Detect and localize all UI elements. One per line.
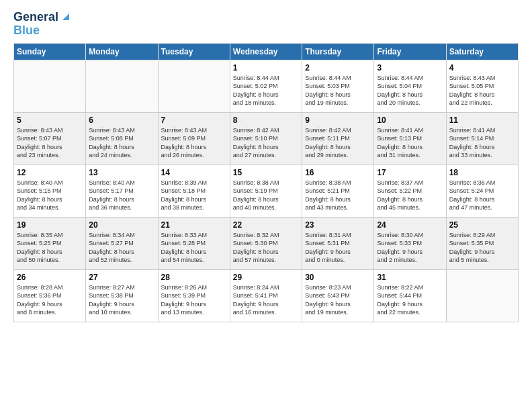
- day-info: Sunrise: 8:33 AM Sunset: 5:28 PM Dayligh…: [161, 231, 227, 265]
- calendar-day: 4Sunrise: 8:43 AM Sunset: 5:05 PM Daylig…: [446, 60, 518, 112]
- day-info: Sunrise: 8:34 AM Sunset: 5:27 PM Dayligh…: [89, 231, 154, 265]
- day-number: 16: [305, 168, 371, 177]
- day-number: 24: [377, 220, 443, 230]
- logo-triangle-icon: [60, 11, 72, 23]
- day-info: Sunrise: 8:38 AM Sunset: 5:21 PM Dayligh…: [305, 179, 371, 212]
- day-number: 8: [233, 116, 299, 125]
- day-header-sunday: Sunday: [14, 43, 86, 60]
- day-number: 15: [233, 168, 299, 177]
- day-header-wednesday: Wednesday: [230, 43, 302, 60]
- calendar-day: 26Sunrise: 8:28 AM Sunset: 5:36 PM Dayli…: [14, 269, 86, 322]
- calendar-day: 5Sunrise: 8:43 AM Sunset: 5:07 PM Daylig…: [14, 112, 86, 165]
- calendar-day: 17Sunrise: 8:37 AM Sunset: 5:22 PM Dayli…: [374, 165, 446, 217]
- calendar-header-row: SundayMondayTuesdayWednesdayThursdayFrid…: [14, 43, 519, 60]
- calendar-day: 13Sunrise: 8:40 AM Sunset: 5:17 PM Dayli…: [86, 165, 158, 217]
- day-info: Sunrise: 8:27 AM Sunset: 5:38 PM Dayligh…: [89, 283, 154, 317]
- logo-blue-text: Blue: [13, 24, 40, 38]
- day-number: 4: [449, 63, 515, 73]
- day-number: 20: [89, 220, 154, 230]
- calendar-day: 27Sunrise: 8:27 AM Sunset: 5:38 PM Dayli…: [86, 269, 158, 322]
- calendar-day: 14Sunrise: 8:39 AM Sunset: 5:18 PM Dayli…: [158, 165, 230, 217]
- day-number: 28: [161, 273, 227, 282]
- logo: General Blue: [13, 11, 72, 38]
- day-info: Sunrise: 8:37 AM Sunset: 5:22 PM Dayligh…: [377, 179, 443, 212]
- calendar-week-5: 26Sunrise: 8:28 AM Sunset: 5:36 PM Dayli…: [14, 269, 519, 322]
- day-number: 29: [233, 273, 299, 282]
- day-info: Sunrise: 8:40 AM Sunset: 5:15 PM Dayligh…: [17, 179, 83, 212]
- calendar-day: [86, 60, 158, 112]
- day-header-friday: Friday: [374, 43, 446, 60]
- calendar-day: [14, 60, 86, 112]
- calendar-day: 29Sunrise: 8:24 AM Sunset: 5:41 PM Dayli…: [230, 269, 302, 322]
- day-number: 22: [233, 220, 299, 230]
- day-number: 5: [17, 116, 83, 125]
- calendar-day: 21Sunrise: 8:33 AM Sunset: 5:28 PM Dayli…: [158, 217, 230, 269]
- day-info: Sunrise: 8:44 AM Sunset: 5:03 PM Dayligh…: [305, 74, 371, 107]
- day-info: Sunrise: 8:35 AM Sunset: 5:25 PM Dayligh…: [17, 231, 83, 265]
- calendar-week-3: 12Sunrise: 8:40 AM Sunset: 5:15 PM Dayli…: [14, 165, 519, 217]
- day-number: 25: [449, 220, 515, 230]
- day-number: 17: [377, 168, 443, 177]
- day-info: Sunrise: 8:44 AM Sunset: 5:02 PM Dayligh…: [233, 74, 299, 107]
- day-info: Sunrise: 8:40 AM Sunset: 5:17 PM Dayligh…: [89, 179, 154, 212]
- calendar: SundayMondayTuesdayWednesdayThursdayFrid…: [13, 43, 519, 322]
- calendar-day: 28Sunrise: 8:26 AM Sunset: 5:39 PM Dayli…: [158, 269, 230, 322]
- day-info: Sunrise: 8:41 AM Sunset: 5:14 PM Dayligh…: [449, 126, 515, 160]
- day-header-saturday: Saturday: [446, 43, 518, 60]
- day-number: 18: [449, 168, 515, 177]
- day-info: Sunrise: 8:43 AM Sunset: 5:09 PM Dayligh…: [161, 126, 227, 160]
- day-info: Sunrise: 8:36 AM Sunset: 5:24 PM Dayligh…: [449, 179, 515, 212]
- day-info: Sunrise: 8:44 AM Sunset: 5:04 PM Dayligh…: [377, 74, 443, 107]
- day-info: Sunrise: 8:38 AM Sunset: 5:19 PM Dayligh…: [233, 179, 299, 212]
- day-number: 19: [17, 220, 83, 230]
- calendar-week-4: 19Sunrise: 8:35 AM Sunset: 5:25 PM Dayli…: [14, 217, 519, 269]
- calendar-day: 24Sunrise: 8:30 AM Sunset: 5:33 PM Dayli…: [374, 217, 446, 269]
- day-info: Sunrise: 8:41 AM Sunset: 5:13 PM Dayligh…: [377, 126, 443, 160]
- day-number: 12: [17, 168, 83, 177]
- calendar-day: 2Sunrise: 8:44 AM Sunset: 5:03 PM Daylig…: [302, 60, 374, 112]
- day-number: 23: [305, 220, 371, 230]
- calendar-body: 1Sunrise: 8:44 AM Sunset: 5:02 PM Daylig…: [14, 60, 519, 322]
- day-number: 14: [161, 168, 227, 177]
- day-number: 13: [89, 168, 154, 177]
- calendar-day: 11Sunrise: 8:41 AM Sunset: 5:14 PM Dayli…: [446, 112, 518, 165]
- day-info: Sunrise: 8:42 AM Sunset: 5:11 PM Dayligh…: [305, 126, 371, 160]
- calendar-week-2: 5Sunrise: 8:43 AM Sunset: 5:07 PM Daylig…: [14, 112, 519, 165]
- day-info: Sunrise: 8:24 AM Sunset: 5:41 PM Dayligh…: [233, 283, 299, 317]
- calendar-day: 30Sunrise: 8:23 AM Sunset: 5:43 PM Dayli…: [302, 269, 374, 322]
- day-info: Sunrise: 8:43 AM Sunset: 5:08 PM Dayligh…: [89, 126, 154, 160]
- day-number: 11: [449, 116, 515, 125]
- day-number: 26: [17, 273, 83, 282]
- calendar-day: 20Sunrise: 8:34 AM Sunset: 5:27 PM Dayli…: [86, 217, 158, 269]
- calendar-day: 22Sunrise: 8:32 AM Sunset: 5:30 PM Dayli…: [230, 217, 302, 269]
- calendar-day: [158, 60, 230, 112]
- day-header-tuesday: Tuesday: [158, 43, 230, 60]
- logo-text: General: [13, 11, 58, 24]
- day-number: 27: [89, 273, 154, 282]
- day-info: Sunrise: 8:43 AM Sunset: 5:05 PM Dayligh…: [449, 74, 515, 107]
- calendar-day: 9Sunrise: 8:42 AM Sunset: 5:11 PM Daylig…: [302, 112, 374, 165]
- calendar-day: [446, 269, 518, 322]
- calendar-day: 1Sunrise: 8:44 AM Sunset: 5:02 PM Daylig…: [230, 60, 302, 112]
- calendar-day: 25Sunrise: 8:29 AM Sunset: 5:35 PM Dayli…: [446, 217, 518, 269]
- day-info: Sunrise: 8:43 AM Sunset: 5:07 PM Dayligh…: [17, 126, 83, 160]
- calendar-day: 8Sunrise: 8:42 AM Sunset: 5:10 PM Daylig…: [230, 112, 302, 165]
- day-number: 10: [377, 116, 443, 125]
- header: General Blue: [13, 11, 519, 38]
- day-number: 31: [377, 273, 443, 282]
- calendar-day: 18Sunrise: 8:36 AM Sunset: 5:24 PM Dayli…: [446, 165, 518, 217]
- day-info: Sunrise: 8:39 AM Sunset: 5:18 PM Dayligh…: [161, 179, 227, 212]
- calendar-day: 31Sunrise: 8:22 AM Sunset: 5:44 PM Dayli…: [374, 269, 446, 322]
- calendar-day: 19Sunrise: 8:35 AM Sunset: 5:25 PM Dayli…: [14, 217, 86, 269]
- calendar-day: 10Sunrise: 8:41 AM Sunset: 5:13 PM Dayli…: [374, 112, 446, 165]
- calendar-week-1: 1Sunrise: 8:44 AM Sunset: 5:02 PM Daylig…: [14, 60, 519, 112]
- day-number: 7: [161, 116, 227, 125]
- day-number: 2: [305, 63, 371, 73]
- day-number: 3: [377, 63, 443, 73]
- calendar-day: 23Sunrise: 8:31 AM Sunset: 5:31 PM Dayli…: [302, 217, 374, 269]
- day-info: Sunrise: 8:22 AM Sunset: 5:44 PM Dayligh…: [377, 283, 443, 317]
- day-number: 30: [305, 273, 371, 282]
- calendar-day: 16Sunrise: 8:38 AM Sunset: 5:21 PM Dayli…: [302, 165, 374, 217]
- day-info: Sunrise: 8:28 AM Sunset: 5:36 PM Dayligh…: [17, 283, 83, 317]
- day-info: Sunrise: 8:30 AM Sunset: 5:33 PM Dayligh…: [377, 231, 443, 265]
